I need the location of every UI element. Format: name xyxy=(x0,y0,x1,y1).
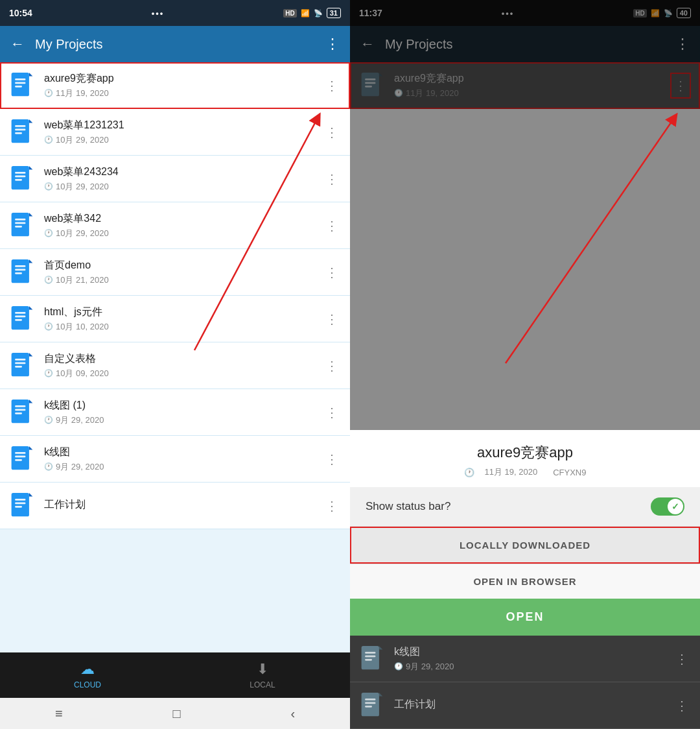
svg-rect-13 xyxy=(15,175,25,177)
tab-cloud-left[interactable]: ☁ CLOUD xyxy=(0,652,175,698)
svg-rect-24 xyxy=(15,272,22,274)
status-bar-left: 10:54 ••• HD 📶 📡 31 xyxy=(0,0,350,26)
project-name-9: 工作计划 xyxy=(44,498,323,512)
project-date-3: 🕐10月 29, 2020 xyxy=(44,228,323,239)
svg-rect-61 xyxy=(365,659,372,661)
bottom-items-container: k线图 🕐9月 29, 2020 ⋮ 工作计划 ⋮ xyxy=(350,636,700,729)
project-info-9: 工作计划 xyxy=(44,498,323,514)
time-left: 10:54 xyxy=(9,8,32,18)
doc-icon-2 xyxy=(9,165,35,193)
svg-marker-26 xyxy=(29,306,32,309)
project-info-3: web菜单342 🕐10月 29, 2020 xyxy=(44,212,323,239)
project-item-6[interactable]: 自定义表格 🕐10月 09, 2020 ⋮ xyxy=(0,342,350,389)
project-item-2[interactable]: web菜单243234 🕐10月 29, 2020 ⋮ xyxy=(0,156,350,202)
open-in-browser-button[interactable]: OPEN IN BROWSER xyxy=(350,564,700,599)
status-bar-toggle[interactable]: ✓ xyxy=(651,497,684,516)
svg-rect-0 xyxy=(12,73,29,96)
item-more-5[interactable]: ⋮ xyxy=(323,306,341,332)
svg-rect-38 xyxy=(15,409,25,411)
more-button-left[interactable]: ⋮ xyxy=(325,36,340,53)
project-item-4[interactable]: 首页demo 🕐10月 21, 2020 ⋮ xyxy=(0,249,350,296)
svg-rect-9 xyxy=(15,132,22,134)
tab-local-label-left: LOCAL xyxy=(250,680,275,689)
svg-rect-32 xyxy=(15,359,25,361)
project-date-2: 🕐10月 29, 2020 xyxy=(44,181,323,193)
svg-rect-48 xyxy=(15,502,25,504)
svg-rect-5 xyxy=(12,119,29,143)
item-more-7[interactable]: ⋮ xyxy=(323,400,341,425)
home-nav-left[interactable]: □ xyxy=(162,701,191,726)
svg-rect-49 xyxy=(15,506,22,508)
svg-rect-28 xyxy=(15,315,25,317)
item-more-1[interactable]: ⋮ xyxy=(323,119,341,145)
svg-rect-14 xyxy=(15,179,22,181)
open-button[interactable]: OPEN xyxy=(350,599,700,636)
item-more-0[interactable]: ⋮ xyxy=(323,73,341,99)
svg-rect-62 xyxy=(362,693,379,716)
item-more-4[interactable]: ⋮ xyxy=(323,259,341,285)
svg-rect-8 xyxy=(15,128,25,130)
project-name-1: web菜单1231231 xyxy=(44,119,323,132)
doc-icon-9 xyxy=(9,492,35,520)
svg-rect-35 xyxy=(12,400,29,423)
modal-action-open: OPEN xyxy=(350,599,700,636)
clock-icon-1: 🕐 xyxy=(44,136,53,144)
svg-rect-7 xyxy=(15,125,25,127)
svg-rect-45 xyxy=(12,493,29,516)
project-info-6: 自定义表格 🕐10月 09, 2020 xyxy=(44,352,323,379)
modal-toggle-row: Show status bar? ✓ xyxy=(350,487,700,526)
project-name-0: axure9竞赛app xyxy=(44,72,323,86)
project-item-7[interactable]: k线图 (1) 🕐9月 29, 2020 ⋮ xyxy=(0,389,350,436)
project-name-7: k线图 (1) xyxy=(44,399,323,412)
svg-marker-63 xyxy=(379,693,382,696)
project-item-5[interactable]: html、js元件 🕐10月 10, 2020 ⋮ xyxy=(0,296,350,342)
project-date-1: 🕐10月 29, 2020 xyxy=(44,134,323,146)
project-item-8[interactable]: k线图 🕐9月 29, 2020 ⋮ xyxy=(0,436,350,483)
battery-left: 31 xyxy=(327,8,341,18)
svg-marker-31 xyxy=(29,353,32,356)
project-item-9[interactable]: 工作计划 ⋮ xyxy=(0,483,350,529)
menu-nav-left[interactable]: ≡ xyxy=(45,701,73,726)
back-nav-left[interactable]: ‹ xyxy=(280,701,305,726)
svg-marker-6 xyxy=(29,119,32,123)
item-more-2[interactable]: ⋮ xyxy=(323,166,341,192)
svg-marker-58 xyxy=(379,646,382,649)
project-item-right-bottom-1[interactable]: 工作计划 ⋮ xyxy=(350,682,700,729)
item-more-bottom-0[interactable]: ⋮ xyxy=(673,646,691,672)
locally-downloaded-button[interactable]: LOCALLY DOWNLOADED xyxy=(350,527,700,564)
project-item-1[interactable]: web菜单1231231 🕐10月 29, 2020 ⋮ xyxy=(0,109,350,156)
project-date-8: 🕐9月 29, 2020 xyxy=(44,461,323,473)
item-more-3[interactable]: ⋮ xyxy=(323,213,341,239)
svg-rect-3 xyxy=(15,82,25,84)
clock-icon-4: 🕐 xyxy=(44,276,53,284)
svg-rect-17 xyxy=(15,219,25,221)
item-more-8[interactable]: ⋮ xyxy=(323,446,341,472)
back-button-left[interactable]: ← xyxy=(10,36,25,53)
clock-icon-8: 🕐 xyxy=(44,462,53,471)
project-item-0[interactable]: axure9竞赛app 🕐 11月 19, 2020 ⋮ xyxy=(0,62,350,109)
nav-bar-left: ≡ □ ‹ xyxy=(0,698,350,729)
item-more-9[interactable]: ⋮ xyxy=(323,493,341,519)
tab-local-left[interactable]: ⬇ LOCAL xyxy=(175,652,350,698)
doc-icon-1 xyxy=(9,118,35,147)
project-name-4: 首页demo xyxy=(44,259,323,272)
hd-icon: HD xyxy=(283,9,296,18)
svg-marker-41 xyxy=(29,446,32,449)
project-name-bottom-0: k线图 xyxy=(394,645,673,659)
doc-icon-0 xyxy=(9,71,35,100)
svg-marker-1 xyxy=(29,73,32,76)
project-name-6: 自定义表格 xyxy=(44,352,323,366)
modal-action-open-in-browser: OPEN IN BROWSER xyxy=(350,564,700,599)
project-name-3: web菜单342 xyxy=(44,212,323,226)
item-more-bottom-1[interactable]: ⋮ xyxy=(673,693,691,719)
project-name-5: html、js元件 xyxy=(44,305,323,319)
svg-rect-57 xyxy=(362,646,379,669)
project-item-3[interactable]: web菜单342 🕐10月 29, 2020 ⋮ xyxy=(0,202,350,249)
item-more-6[interactable]: ⋮ xyxy=(323,353,341,379)
project-list-left: axure9竞赛app 🕐 11月 19, 2020 ⋮ web菜单123123… xyxy=(0,62,350,652)
project-item-right-bottom-0[interactable]: k线图 🕐9月 29, 2020 ⋮ xyxy=(350,636,700,682)
project-info-7: k线图 (1) 🕐9月 29, 2020 xyxy=(44,399,323,426)
clock-icon-2: 🕐 xyxy=(44,182,53,191)
doc-icon-8 xyxy=(9,445,35,473)
svg-rect-20 xyxy=(12,259,29,283)
